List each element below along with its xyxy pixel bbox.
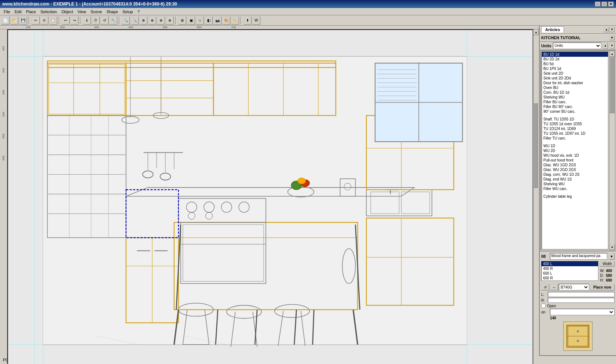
menu-edit[interactable]: Edit [12,9,24,15]
list-item-diag-corn[interactable]: Diag. corn. WU 1D 2S [542,172,608,177]
units-select[interactable]: Units [553,42,602,49]
scroll-thumb-v[interactable] [534,103,538,188]
list-item-corn-bu[interactable]: Corn. BU 1D 1d [542,90,608,95]
tb-tools[interactable]: 🔧 [109,16,117,25]
size-600l[interactable]: 600 L [542,271,598,276]
tb-refresh[interactable]: ↺ [100,16,109,25]
list-item-sink2d2d[interactable]: Sink unit 2D 2Dd [542,76,608,81]
panel-scroll-up[interactable]: ▲ [604,27,609,32]
vscroll-track[interactable] [534,35,539,364]
tb-export[interactable]: ⬆ [243,16,252,25]
tb-view3d[interactable]: ◧ [205,16,213,25]
list-item-bu1d1d[interactable]: BU 1D 1d [542,52,608,57]
tb-new[interactable]: 📄 [1,16,10,25]
tab-articles[interactable]: Articles [541,26,564,33]
tb-zoom3[interactable]: ⊕ [157,16,165,25]
list-item-wu1d[interactable]: WU 1D [542,144,608,148]
tb-paste[interactable]: 📋 [49,16,57,25]
scroll-up-btn[interactable]: ▲ [534,29,539,35]
list-item-tu1d124[interactable]: TU 1D124 int. 1D69 [542,126,608,131]
tb-cut[interactable]: ✂ [32,16,40,25]
list-item-shelving-wu[interactable]: Shelving WU [542,95,608,100]
list-item-bu5d[interactable]: BU 5d [542,62,608,66]
ctrl-flip[interactable]: ↔ [550,284,558,290]
tb-undo[interactable]: ↩ [62,16,70,25]
list-item-tu1d55-oven[interactable]: TU 1D55 1d oven 1D55 [542,122,608,126]
width-button[interactable]: Width [600,261,615,267]
tb-snap[interactable]: ▣ [187,16,195,25]
list-item-oven[interactable]: Oven BU [542,85,608,90]
list-scroll-track[interactable] [609,57,615,244]
close-button[interactable]: ✕ [608,1,614,7]
vertical-scrollbar[interactable]: ▲ ▼ [533,29,539,364]
menu-help[interactable]: ? [135,9,142,15]
minimize-button[interactable]: ─ [595,1,601,7]
tb-camera[interactable]: 📷 [213,16,221,25]
list-item-door-dish[interactable]: Door for int. dish washer [542,81,608,85]
place-now-button[interactable]: Place now [590,284,615,290]
viewport[interactable]: ◄ ► [7,29,533,364]
list-item-tu1d55int[interactable]: TU 1D55 int. 1D97 int. 1D [542,131,608,136]
panel-scroll-down[interactable]: ▼ [609,27,615,32]
list-scroll-up[interactable]: ▲ [609,51,615,57]
tb-grid[interactable]: ⊞ [178,16,186,25]
list-item-filler-bu90[interactable]: Filler BU 90° carc. [542,104,608,109]
list-item-bu1p01d[interactable]: BU 1P0 1d [542,66,608,71]
tb-zoom1[interactable]: ⊕ [139,16,147,25]
maximize-button[interactable]: □ [601,1,607,7]
on-select[interactable] [550,309,615,315]
list-item-bu2d2d[interactable]: BU 2D 2d [542,57,608,62]
detail-desc-dropdown[interactable]: ▼ [609,253,615,260]
tb-copy[interactable]: ⎘ [40,16,48,25]
menu-place[interactable]: Place [24,9,38,15]
tb-render[interactable]: 🎨 [222,16,230,25]
units-arrow-up[interactable]: ▲ [603,42,608,49]
list-item-filler-wu[interactable]: Filler WU carc. [542,186,608,191]
list-item-pullout[interactable]: Pull-out hood front [542,158,608,163]
list-item-filler-tu[interactable]: Filler TU carc. [542,136,608,141]
menu-scene[interactable]: Scene [88,9,104,15]
r-input[interactable] [548,298,615,303]
list-item-diag-end[interactable]: Diag. end WU 1S [542,177,608,182]
ctrl-rotate-left[interactable]: ↺ [541,284,549,290]
l-input[interactable] [548,292,615,297]
tb-zoomin[interactable]: 🔍 [122,16,130,25]
tb-measure[interactable]: 📐 [231,16,239,25]
color-select[interactable]: BT40G [559,284,589,290]
list-item-filler-bu[interactable]: Filler BU carc. [542,100,608,104]
items-list[interactable]: BU 1D 1d BU 2D 2d BU 5d BU 1P0 1d Sink u… [542,52,608,249]
list-item-cylinder[interactable]: Cylinder table leg [542,194,608,199]
tb-import[interactable]: W [252,16,260,25]
tb-info[interactable]: ℹ [83,16,91,25]
menu-setup[interactable]: Setup [120,9,135,15]
tb-redo[interactable]: ↪ [70,16,78,25]
size-600r[interactable]: 600 R [542,276,598,281]
open-checkbox[interactable] [541,304,546,308]
menu-shape[interactable]: Shape [104,9,120,15]
tb-zoomout[interactable]: 🔍 [131,16,139,25]
tb-view2d[interactable]: □ [196,16,204,25]
menu-object[interactable]: Object [59,9,76,15]
list-item-shalf[interactable]: Shalf. TU 1D55 1D [542,117,608,122]
list-item-sink2d[interactable]: Sink unit 2D [542,71,608,76]
size-400l[interactable]: 400 L [542,261,598,266]
list-scrollbar[interactable]: ▲ ▼ [609,51,615,250]
kt-dropdown-btn[interactable]: ▼ [609,35,615,40]
list-scroll-thumb[interactable] [609,57,615,113]
tb-zoom4[interactable]: ⊕ [166,16,174,25]
tb-open[interactable]: 📂 [10,16,18,25]
menu-view[interactable]: View [75,9,88,15]
list-item-glaz2gd[interactable]: Glaz. WU 2GD 2GS [542,167,608,172]
menu-selection[interactable]: Selection [38,9,59,15]
list-item-glaz1gd[interactable]: Glaz. WU 1GD 2GS [542,163,608,167]
list-item-corner90[interactable]: 90° corner BU carc. [542,109,608,114]
list-item-wu2d[interactable]: WU 2D [542,148,608,153]
tb-clock[interactable]: ⏱ [92,16,100,25]
list-item-wu-hood[interactable]: WU hood vis. extr. 1D [542,153,608,158]
menu-file[interactable]: File [1,9,12,15]
tb-save[interactable]: 💾 [19,16,27,25]
tb-zoom2[interactable]: ⊕ [148,16,156,25]
list-scroll-down[interactable]: ▼ [609,244,615,250]
units-arrow-down[interactable]: ▼ [609,42,615,49]
size-400r[interactable]: 400 R [542,266,598,271]
